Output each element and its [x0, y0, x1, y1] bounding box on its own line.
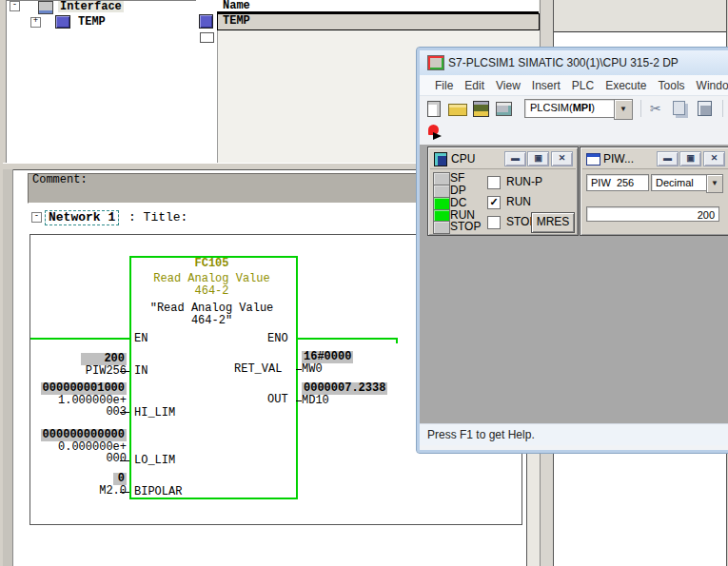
new-icon[interactable]: [427, 101, 441, 117]
empty-declaration-icon: [200, 32, 214, 43]
ret-val-monitor-value: 16#0000: [302, 351, 353, 363]
window-title: S7-PLCSIM1 SIMATIC 300(1)\CPU 315-2 DP: [448, 56, 679, 69]
stop-led: [433, 221, 450, 234]
pin-en: EN: [134, 333, 148, 345]
combo-dropdown-arrow[interactable]: ▼: [614, 99, 633, 120]
in-wire-stub: [120, 371, 129, 372]
declaration-tree-pane: - Interface + TEMP: [6, 0, 197, 165]
out-operand[interactable]: MD10: [302, 395, 387, 407]
plcsim-title-bar[interactable]: S7-PLCSIM1 SIMATIC 300(1)\CPU 315-2 DP: [420, 50, 728, 76]
piw-format-dropdown-arrow[interactable]: ▼: [706, 174, 723, 193]
sf-led-label: SF: [450, 172, 464, 184]
menu-insert[interactable]: Insert: [532, 79, 561, 92]
status-bar: Press F1 to get Help.: [420, 423, 728, 445]
copy-icon[interactable]: [673, 101, 685, 115]
menu-bar: File Edit View Insert PLC Execute Tools …: [420, 75, 728, 96]
piw-value-field[interactable]: 200: [586, 206, 719, 222]
dp-led: [433, 185, 450, 198]
lo-lim-operand-line2[interactable]: 000: [41, 453, 127, 465]
pin-out: OUT: [267, 394, 288, 406]
stop-led-label: STOP: [450, 221, 481, 232]
cpu-icon: [434, 152, 447, 166]
print-icon[interactable]: [496, 102, 512, 116]
block-symbol-line2: 464-2": [129, 315, 294, 327]
access-point-combo[interactable]: PLCSIM(MPI): [524, 99, 620, 118]
network-collapse-icon[interactable]: -: [31, 212, 42, 223]
piw-restore-button[interactable]: ▣: [679, 151, 701, 166]
dc-led: [433, 197, 450, 210]
status-text: Press F1 to get Help.: [427, 428, 535, 441]
tree-collapse-icon[interactable]: -: [10, 1, 20, 11]
piw-format-select[interactable]: Decimal: [651, 174, 708, 191]
pin-eno: ENO: [267, 333, 288, 345]
power-toggle-arrow: [433, 132, 442, 140]
mdi-area: CPU ▬ ▣ ✕ SF DP DC RUN STOP RUN-P ✓ RUN …: [420, 145, 728, 423]
dc-led-label: DC: [450, 197, 466, 208]
mres-button[interactable]: MRES: [531, 212, 575, 233]
menu-tools[interactable]: Tools: [659, 79, 685, 92]
sf-led: [433, 172, 450, 185]
menu-file[interactable]: File: [435, 79, 453, 92]
out-monitor-value: 0000007.2338: [302, 382, 387, 395]
lo-lim-monitor-value: 000000000000: [41, 429, 127, 441]
plcsim-window: S7-PLCSIM1 SIMATIC 300(1)\CPU 315-2 DP F…: [417, 48, 728, 453]
temp-icon: [55, 15, 70, 29]
pin-in: IN: [134, 365, 148, 378]
network-label[interactable]: Network 1: [45, 210, 119, 225]
main-toolbar: PLCSIM(MPI) ▼ ✂: [420, 96, 728, 123]
in-operand-group[interactable]: 200 PIW256: [81, 353, 127, 377]
table-icon-column: [196, 0, 218, 163]
lo-lim-operand-group[interactable]: 000000000000 0.000000e+ 000: [41, 429, 127, 465]
dp-led-label: DP: [450, 185, 466, 196]
cpu-title-bar[interactable]: CPU ▬ ▣ ✕: [430, 149, 576, 169]
table-row[interactable]: TEMP: [217, 13, 540, 30]
piw-icon: [586, 153, 600, 166]
menu-execute[interactable]: Execute: [605, 79, 646, 92]
menu-view[interactable]: View: [496, 79, 521, 92]
hi-lim-operand-group[interactable]: 000000001000 1.000000e+ 003: [41, 382, 127, 419]
cut-icon[interactable]: ✂: [650, 101, 667, 116]
menu-edit[interactable]: Edit: [464, 79, 484, 92]
open-icon[interactable]: [448, 104, 467, 116]
ret-val-operand[interactable]: MW0: [302, 363, 353, 376]
cpu-minimize-button[interactable]: ▬: [504, 151, 526, 166]
menu-plc[interactable]: PLC: [572, 79, 594, 92]
cpu-restore-button[interactable]: ▣: [527, 151, 549, 166]
piw-title-bar[interactable]: PIW... ▬ ▣ ✕: [582, 149, 728, 169]
piw-minimize-button[interactable]: ▬: [657, 151, 679, 166]
pin-ret-val: RET_VAL: [234, 363, 282, 376]
hi-lim-monitor-value: 000000001000: [41, 382, 127, 395]
tree-item-interface[interactable]: Interface: [58, 1, 124, 12]
out-wire-stub: [296, 400, 302, 401]
temp-row-icon: [199, 14, 213, 29]
run-p-checkbox-label: RUN-P: [506, 176, 542, 188]
eno-wire-end-tick: [396, 338, 398, 343]
hi-lim-operand-line2[interactable]: 003: [41, 406, 127, 419]
comment-label: Comment:: [32, 174, 88, 186]
piw-panel: PIW... ▬ ▣ ✕ PIW 256 Decimal ▼ 200: [580, 146, 728, 236]
bipolar-wire-stub: [120, 492, 129, 493]
bipolar-operand-group[interactable]: 0 M2.0: [99, 473, 127, 497]
run-checkbox[interactable]: ✓: [487, 196, 501, 209]
stop-checkbox[interactable]: [487, 216, 501, 229]
power-rail-left: [30, 338, 129, 340]
piw-close-button[interactable]: ✕: [703, 151, 725, 166]
paste-icon[interactable]: [698, 101, 712, 116]
network-title-label[interactable]: : Title:: [128, 211, 187, 224]
ret-val-wire-stub: [296, 369, 302, 370]
cpu-panel: CPU ▬ ▣ ✕ SF DP DC RUN STOP RUN-P ✓ RUN …: [427, 146, 579, 236]
pin-bipolar: BIPOLAR: [134, 486, 182, 498]
piw-address-field[interactable]: PIW 256: [586, 174, 649, 191]
save-icon[interactable]: [473, 101, 489, 117]
menu-window[interactable]: Window: [697, 79, 728, 92]
block-name: FC105: [129, 258, 294, 270]
piw-panel-title: PIW...: [603, 152, 634, 166]
bipolar-monitor-value: 0: [113, 473, 127, 485]
tree-item-temp[interactable]: TEMP: [78, 16, 106, 28]
out-operand-group[interactable]: 0000007.2338 MD10: [302, 382, 387, 406]
pin-hi-lim: HI_LIM: [134, 407, 175, 420]
cpu-close-button[interactable]: ✕: [551, 151, 573, 166]
ret-val-operand-group[interactable]: 16#0000 MW0: [302, 351, 353, 375]
run-p-checkbox[interactable]: [487, 176, 501, 189]
tree-expand-icon[interactable]: +: [30, 17, 41, 28]
